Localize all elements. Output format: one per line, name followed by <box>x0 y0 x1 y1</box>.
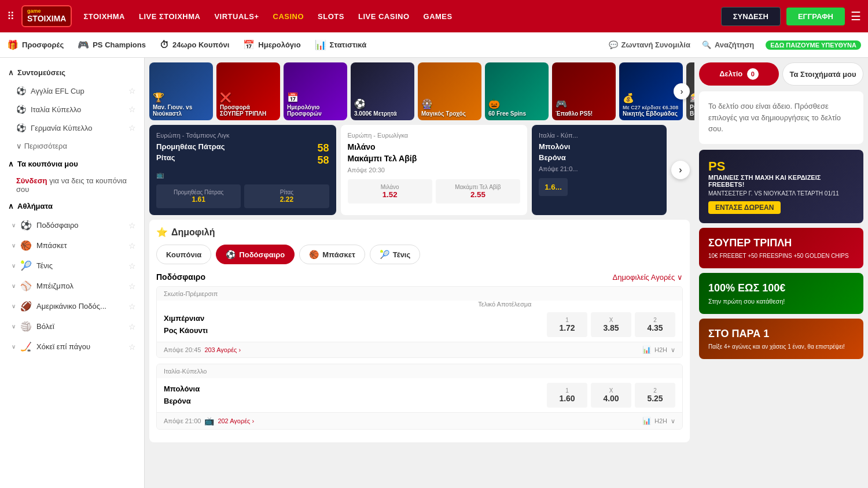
star-icon-3[interactable]: ☆ <box>128 123 136 132</box>
match-2-markets-label: 202 Αγορές <box>218 417 250 424</box>
sidebar-sport-basketball-label: Μπάσκετ <box>36 241 67 250</box>
live-match-card-1[interactable]: Ευρώπη - Τσάμπιονς Λιγκ Προμηθέας Πάτρας… <box>149 125 336 215</box>
match-1-odd-1[interactable]: 1 1.72 <box>547 312 587 337</box>
sidebar-item-efl-cup[interactable]: ⚽ Αγγλία EFL Cup ☆ <box>0 82 144 100</box>
match-1-odd-2[interactable]: 2 4.35 <box>635 312 675 337</box>
promo-banner-para1-inner: ΣΤΟ ΠΑΡΑ 1 Παίξε 4+ αγώνες και αν χάσεις… <box>699 319 863 359</box>
match-2-odd-x[interactable]: X 4.00 <box>591 383 631 408</box>
live-odd-btn-2b[interactable]: Μακάμπι Τελ Αβίβ 2.55 <box>436 179 520 204</box>
live-odd-btn-2a[interactable]: Μιλάνο 1.52 <box>348 179 432 204</box>
sidebar-item-germany-cup[interactable]: ⚽ Γερμανία Κύπελλο ☆ <box>0 119 144 137</box>
live-odd-btn-1a[interactable]: Προμηθέας Πάτρας 1.61 <box>156 184 241 208</box>
promo-icon-pragmatic: 🎰 <box>690 92 694 103</box>
sidebar-sport-baseball[interactable]: ∨ ⚾ Μπέιζμπολ ☆ <box>0 276 144 296</box>
star-hockey[interactable]: ☆ <box>128 342 136 352</box>
promo-title-meter: 3.000€ Μετρητά <box>354 110 411 117</box>
star-volleyball[interactable]: ☆ <box>128 322 136 331</box>
nav-live-chat[interactable]: 💬 Ζωντανή Συνομιλία <box>609 40 690 49</box>
star-baseball[interactable]: ☆ <box>128 282 136 291</box>
promo-card-ps-champions[interactable]: 🏆 Μαν. Γιουν. vs Νιούκαστλ <box>149 62 213 120</box>
promo-card-free-spins[interactable]: 🎃 60 Free Spins <box>485 62 549 120</box>
promo-card-offer[interactable]: 📅 Ημερολόγιο Προσφορών <box>284 62 347 120</box>
login-button[interactable]: ΣΥΝΔΕΣΗ <box>721 7 781 26</box>
shortcuts-section[interactable]: ∧ Συντομεύσεις <box>0 64 144 82</box>
star-football[interactable]: ☆ <box>128 221 136 230</box>
nav-virtuals[interactable]: VIRTUALS+ <box>214 12 259 21</box>
nav-calendar[interactable]: 📅 Ημερολόγιο <box>243 39 300 50</box>
nav-stoixima[interactable]: ΣΤΟΙΧΗΜΑ <box>83 12 125 21</box>
promo-card-magic-wheel[interactable]: 🎡 Μαγικός Τροχός <box>418 62 481 120</box>
match-2-h2h[interactable]: H2H <box>654 417 667 424</box>
match-2-markets[interactable]: 202 Αγορές › <box>218 417 254 424</box>
tab-coupons[interactable]: Κουπόνια <box>156 245 211 264</box>
match-1-h2h[interactable]: H2H <box>654 346 667 353</box>
promo-banner-para1[interactable]: ΣΤΟ ΠΑΡΑ 1 Παίξε 4+ αγώνες και αν χάσεις… <box>699 319 863 359</box>
tab-basketball[interactable]: 🏀 Μπάσκετ <box>299 245 365 264</box>
nav-casino[interactable]: CASINO <box>273 12 304 21</box>
logo[interactable]: game STOIXIMA <box>21 5 72 27</box>
live-match-card-2[interactable]: Ευρώπη - Ευρωλίγκα Μιλάνο Μακάμπι Τελ Αβ… <box>341 125 528 215</box>
sidebar-sport-volleyball[interactable]: ∨ 🏐 Βόλεϊ ☆ <box>0 316 144 337</box>
nav-live-stoixima[interactable]: LIVE ΣΤΟΙΧΗΜΑ <box>139 12 201 21</box>
sports-section[interactable]: ∧ Αθλήματα <box>0 197 144 215</box>
nav-responsible[interactable]: ΕΔΩ ΠΑΙΖΟΥΜΕ ΥΠΕΥΘΥΝΑ <box>766 40 861 50</box>
grid-icon[interactable]: ⠿ <box>7 10 14 23</box>
nav-search[interactable]: 🔍 Αναζήτηση <box>702 40 754 49</box>
betslip-tab[interactable]: Δελτίο 0 <box>699 62 779 86</box>
nav-ps-champions[interactable]: 🎮 PS Champions <box>78 39 146 50</box>
tab-tennis[interactable]: 🎾 Τένις <box>370 245 420 264</box>
nav-live-casino[interactable]: LIVE CASINO <box>358 12 410 21</box>
register-button[interactable]: ΕΓΓΡΑΦΗ <box>786 8 845 25</box>
star-tennis[interactable]: ☆ <box>128 261 136 271</box>
baseball-sport-icon: ⚾ <box>20 280 32 291</box>
nav-stats[interactable]: 📊 Στατιστικά <box>315 39 367 50</box>
live-odd-btn-3a[interactable]: 1.6... <box>539 178 568 196</box>
sidebar-sport-hockey[interactable]: ∨ 🏒 Χόκεϊ επί πάγου ☆ <box>0 337 144 357</box>
star-icon-1[interactable]: ☆ <box>128 86 136 95</box>
hamburger-icon[interactable]: ☰ <box>851 9 861 23</box>
nav-slots[interactable]: SLOTS <box>318 12 344 21</box>
nav-offers[interactable]: 🎁 Προσφορές <box>7 39 64 50</box>
betslip-empty: Το δελτίο σου είναι άδειο. Πρόσθεσε επιλ… <box>699 91 863 144</box>
promo-card-meter[interactable]: ⚽ 3.000€ Μετρητά <box>351 62 414 120</box>
live-match-card-3[interactable]: Ιταλία - Κύπ... Μπολόνι Βερόνα Απόψε 21:… <box>532 125 667 215</box>
match-1-odd-x[interactable]: X 3.85 <box>591 312 631 337</box>
sidebar-sport-american-football[interactable]: ∨ 🏈 Αμερικάνικο Ποδός... ☆ <box>0 296 144 316</box>
promo-banner-super-triple[interactable]: ΣΟΥΠΕΡ ΤΡΙΠΛΗ 10€ FREEBET +50 FREESPINS … <box>699 228 863 268</box>
sports-arrow-up: ∧ <box>8 202 14 210</box>
calendar-icon: 📅 <box>243 39 255 50</box>
promo-next-button[interactable]: › <box>674 83 690 99</box>
promo-card-super-triple[interactable]: ❌ Προσφορά ΣΟΥΠΕΡ ΤΡΙΠΛΗ <box>216 62 280 120</box>
star-icon-2[interactable]: ☆ <box>128 105 136 114</box>
coupons-section[interactable]: ∧ Τα κουπόνια μου <box>0 155 144 173</box>
sidebar-sport-football[interactable]: ∨ ⚽ Ποδόσφαιρο ☆ <box>0 215 144 235</box>
promo-banner-ps-cta[interactable]: ΕΝΤΑΣΕ ΔΩΡΕΑΝ <box>708 201 781 214</box>
promo-banner-ps-champions[interactable]: PS ΜΠΑΙΝΕΙΣ ΣΤΗ ΜΑΧΗ ΚΑΙ ΚΕΡΔΙΖΕΙΣ FREEB… <box>699 150 863 223</box>
live-time-2: Απόψε 20:30 <box>348 167 521 173</box>
match-2-odd-2[interactable]: 2 5.25 <box>635 383 675 408</box>
top-navigation: ⠿ game STOIXIMA ΣΤΟΙΧΗΜΑ LIVE ΣΤΟΙΧΗΜΑ V… <box>0 0 868 32</box>
match-1-markets[interactable]: 203 Αγορές › <box>204 346 241 353</box>
popular-markets-toggle[interactable]: Δημοφιλείς Αγορές ∨ <box>612 273 683 282</box>
live-odd-btn-1b[interactable]: Ρίτας 2.22 <box>244 184 329 208</box>
sidebar-login-link[interactable]: Σύνδεση <box>16 176 47 185</box>
sidebar-sport-tennis[interactable]: ∨ 🎾 Τένις ☆ <box>0 256 144 276</box>
sidebar-item-italy-cup[interactable]: ⚽ Ιταλία Κύπελλο ☆ <box>0 100 144 119</box>
my-bets-tab[interactable]: Τα Στοιχήματά μου <box>782 62 863 86</box>
match-2-colx-label: X <box>599 387 623 394</box>
tab-football[interactable]: ⚽ Ποδόσφαιρο <box>216 245 295 264</box>
promo-banner-100-bonus[interactable]: 100% ΕΩΣ 100€ Στην πρώτη σου κατάθεση! <box>699 273 863 314</box>
match-row-1-league: Σκωτία-Πρέμιερσιπ <box>157 287 682 301</box>
match-row-1-team1: Χιμπέρνιαν <box>164 313 542 325</box>
match-2-odd-1[interactable]: 1 1.60 <box>547 383 587 408</box>
nav-games[interactable]: GAMES <box>424 12 453 21</box>
live-next-button[interactable]: › <box>671 161 690 179</box>
nav-24-coupon[interactable]: ⏱ 24ωρο Κουπόνι <box>160 40 229 50</box>
sidebar-sport-basketball[interactable]: ∨ 🏀 Μπάσκετ ☆ <box>0 235 144 256</box>
sidebar-item-germany-label: Γερμανία Κύπελλο <box>31 124 92 132</box>
star-basketball[interactable]: ☆ <box>128 241 136 250</box>
sidebar-more-shortcuts[interactable]: ∨ Περισσότερα <box>0 137 144 155</box>
promo-card-ps5[interactable]: 🎮 Έπαθλο PS5! <box>552 62 616 120</box>
match-row-1: Σκωτία-Πρέμιερσιπ Τελικό Αποτέλεσμα Χιμπ… <box>156 286 683 358</box>
star-amfootball[interactable]: ☆ <box>128 302 136 311</box>
